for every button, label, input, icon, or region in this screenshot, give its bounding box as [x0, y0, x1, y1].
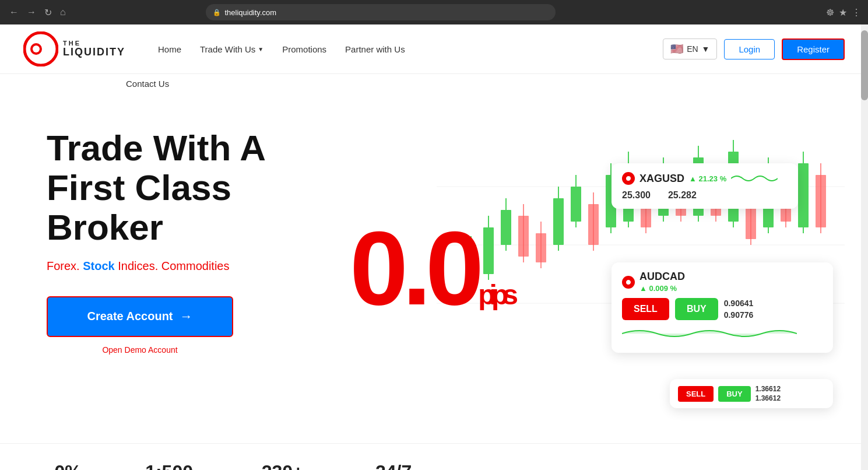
browser-actions: ☸ ★ ⋮ — [826, 7, 861, 18]
url-text: theliquidity.com — [224, 8, 276, 17]
flag-icon: 🇺🇸 — [670, 43, 683, 55]
small-buy-price: 1.36612 — [755, 394, 781, 402]
nav-links: Home Trade With Us ▼ Promotions Partner … — [149, 40, 663, 59]
logo-text: THE LIQUIDITY — [63, 40, 125, 58]
logo[interactable]: THE LIQUIDITY — [23, 31, 125, 66]
forward-button[interactable]: → — [24, 6, 38, 19]
audcad-sell-button[interactable]: SELL — [622, 298, 669, 320]
nav-contact-us[interactable]: Contact Us — [117, 74, 178, 93]
small-card: SELL BUY 1.36612 1.36612 — [670, 379, 833, 408]
extensions-icon: ☸ — [826, 7, 834, 18]
xagusd-icon — [622, 172, 635, 185]
language-selector[interactable]: 🇺🇸 EN ▼ — [663, 38, 717, 59]
create-account-button[interactable]: Create Account → — [47, 296, 233, 337]
register-button[interactable]: Register — [782, 38, 845, 60]
nav-home[interactable]: Home — [149, 40, 191, 59]
address-bar[interactable]: 🔒 theliquidity.com — [206, 4, 556, 20]
xagusd-header: XAGUSD ▲ 21.23 % — [622, 171, 788, 185]
audcad-icon — [622, 276, 635, 289]
scrollbar[interactable] — [861, 24, 868, 470]
stat-instruments: 230+ Trading Instruments — [249, 461, 316, 470]
browser-nav-buttons: ← → ↻ ⌂ — [7, 6, 68, 19]
xagusd-symbol: XAGUSD — [639, 173, 684, 185]
small-buy-button[interactable]: BUY — [718, 386, 750, 402]
navbar: THE LIQUIDITY Home Trade With Us ▼ Promo… — [0, 24, 868, 74]
audcad-card: AUDCAD ▲ 0.009 % SELL BUY 0.90641 0.9077… — [612, 262, 833, 353]
stat-support: 24/7 Customer Support — [363, 461, 424, 470]
small-sell-price: 1.36612 — [755, 385, 781, 393]
xagusd-wave — [731, 171, 778, 185]
hero-title: Trade With A First Class Broker — [47, 128, 338, 248]
scrollbar-thumb[interactable] — [861, 30, 868, 100]
audcad-wave — [622, 325, 797, 342]
nav-promotions[interactable]: Promotions — [273, 40, 336, 59]
hero-section: Trade With A First Class Broker Forex. S… — [0, 93, 868, 443]
lock-icon: 🔒 — [213, 9, 221, 16]
browser-chrome: ← → ↻ ⌂ 🔒 theliquidity.com ☸ ★ ⋮ — [0, 0, 868, 24]
audcad-symbol: AUDCAD — [639, 271, 685, 282]
xagusd-prices: 25.300 25.282 — [622, 190, 788, 201]
navbar-row2: Contact Us — [0, 74, 868, 93]
bookmark-icon: ★ — [839, 7, 847, 18]
audcad-actions: SELL BUY 0.90641 0.90776 — [622, 298, 823, 320]
back-button[interactable]: ← — [7, 6, 21, 19]
nav-actions: 🇺🇸 EN ▼ Login Register — [663, 38, 845, 60]
lang-chevron-icon: ▼ — [702, 44, 710, 54]
nav-partner-with-us[interactable]: Partner with Us — [336, 40, 414, 59]
audcad-buy-button[interactable]: BUY — [675, 298, 718, 320]
small-card-actions: SELL BUY 1.36612 1.36612 — [678, 385, 825, 402]
audcad-change: ▲ 0.009 % — [639, 284, 677, 293]
chevron-down-icon: ▼ — [258, 46, 263, 52]
menu-icon: ⋮ — [852, 7, 861, 18]
hero-left: Trade With A First Class Broker Forex. S… — [47, 128, 338, 355]
refresh-button[interactable]: ↻ — [42, 6, 54, 19]
xagusd-change: ▲ 21.23 % — [689, 174, 726, 183]
audcad-buy-price: 0.90776 — [724, 310, 754, 320]
demo-account-link[interactable]: Open Demo Account — [47, 345, 233, 355]
hero-subtitle: Forex. Stock Indices. Commodities — [47, 259, 338, 273]
stat-leverage: 1:500 Maximum Leverage — [136, 461, 202, 470]
stat-funding-fee: 0% Funding Fee — [47, 461, 89, 470]
small-sell-button[interactable]: SELL — [678, 386, 714, 402]
arrow-icon: → — [180, 309, 193, 324]
stats-bar: 0% Funding Fee 1:500 Maximum Leverage 23… — [0, 443, 868, 470]
pips-display: 0.0pips — [350, 216, 512, 321]
logo-icon — [23, 31, 58, 66]
login-button[interactable]: Login — [724, 39, 775, 59]
svg-point-2 — [33, 45, 40, 52]
xagusd-card: XAGUSD ▲ 21.23 % 25.300 25.282 — [612, 163, 798, 209]
nav-trade-with-us[interactable]: Trade With Us ▼ — [191, 40, 273, 59]
hero-right: 0.0pips XAGUSD ▲ 21.23 % 25.300 25.282 — [338, 128, 845, 420]
home-button[interactable]: ⌂ — [58, 6, 68, 19]
audcad-sell-price: 0.90641 — [724, 299, 754, 308]
audcad-header: AUDCAD ▲ 0.009 % — [622, 271, 823, 293]
